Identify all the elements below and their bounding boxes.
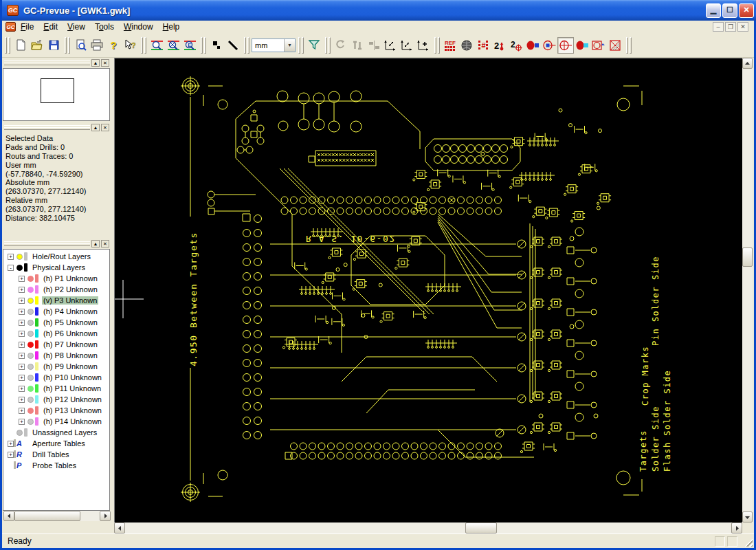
close-panel-button[interactable]: ✕ (101, 240, 109, 248)
panel-grip[interactable] (4, 125, 90, 130)
tree-item[interactable]: +(h) P5 Unknown (3, 317, 109, 328)
help-button[interactable]: ? (105, 37, 122, 54)
tree-item[interactable]: +(v) P3 Unknown (3, 295, 109, 306)
tree-item[interactable]: +(h) P14 Unknown (3, 416, 109, 427)
open-button[interactable] (29, 37, 45, 54)
zoom-window-button[interactable] (148, 37, 165, 54)
mdi-minimize-button[interactable]: – (713, 22, 724, 32)
zoom-extents-button[interactable]: E (181, 37, 198, 54)
shape-ellipse-button[interactable] (524, 37, 541, 54)
pad-mode-button[interactable] (208, 37, 225, 54)
scroll-track[interactable] (125, 522, 731, 534)
toolbar-grip[interactable] (434, 37, 440, 54)
toolbar-grip[interactable] (626, 37, 632, 54)
measure-add-button[interactable] (415, 37, 432, 54)
maximize-button[interactable]: ☐ (722, 3, 737, 18)
minimize-button[interactable]: ▁ (706, 3, 721, 18)
tree-hscrollbar[interactable] (3, 511, 111, 521)
expand-icon[interactable]: + (19, 320, 25, 326)
mirror-button[interactable] (366, 37, 382, 54)
panel-header[interactable]: ▲ ✕ (3, 123, 110, 132)
expand-icon[interactable]: + (19, 342, 25, 348)
close-button[interactable]: ✕ (739, 3, 754, 18)
panel-header[interactable]: ▲ ✕ (3, 58, 110, 67)
tree-item[interactable]: +(h) P13 Unknown (3, 405, 109, 416)
tree-item[interactable]: +(h) P6 Unknown (3, 328, 109, 339)
scroll-thumb[interactable] (465, 522, 497, 534)
mdi-close-button[interactable]: ✕ (737, 22, 748, 32)
step-count-button[interactable]: 2 (491, 37, 508, 54)
scroll-down-button[interactable] (742, 512, 753, 522)
scroll-thumb[interactable] (742, 248, 753, 267)
close-panel-button[interactable]: ✕ (101, 124, 109, 131)
shape-cross-button[interactable] (557, 37, 574, 54)
panel-grip[interactable] (4, 60, 90, 65)
tree-item[interactable]: +Hole/Rout Layers (3, 251, 109, 262)
expand-icon[interactable]: + (19, 408, 25, 414)
print-preview-button[interactable] (72, 37, 89, 54)
menu-help[interactable]: Help (158, 21, 185, 33)
pad-pattern-button[interactable]: # (475, 37, 491, 54)
menu-edit[interactable]: Edit (38, 21, 63, 33)
trace-mode-button[interactable] (225, 37, 241, 54)
scroll-thumb[interactable] (14, 511, 80, 521)
close-panel-button[interactable]: ✕ (101, 59, 109, 67)
panel-header[interactable]: ▲ ✕ (3, 239, 110, 248)
expand-icon[interactable]: + (19, 298, 25, 304)
board-preview[interactable] (3, 68, 110, 121)
rotate-button[interactable] (333, 37, 349, 54)
measure-origin-button[interactable] (382, 37, 399, 54)
collapse-button[interactable]: ▲ (91, 124, 100, 131)
tree-item[interactable]: +(h) P9 Unknown (3, 361, 109, 372)
toolbar-grip[interactable] (201, 37, 206, 54)
canvas-vscrollbar[interactable] (742, 58, 753, 522)
filter-button[interactable] (306, 37, 322, 54)
mdi-restore-button[interactable]: ❐ (725, 22, 736, 32)
tree-item[interactable]: PProbe Tables (3, 460, 109, 471)
expand-icon[interactable]: + (19, 375, 25, 381)
expand-icon[interactable]: + (8, 441, 14, 447)
zoom-out-button[interactable] (165, 37, 181, 54)
tree-item[interactable]: -Physical Layers (3, 262, 109, 273)
collapse-button[interactable]: ▲ (91, 59, 100, 67)
tree-item[interactable]: +AAperture Tables (3, 438, 109, 449)
expand-icon[interactable]: + (19, 364, 25, 370)
expand-icon[interactable]: + (19, 353, 25, 359)
shape-x-button[interactable] (607, 37, 623, 54)
expand-icon[interactable]: - (8, 265, 14, 271)
tree-item[interactable]: +(h) P4 Unknown (3, 306, 109, 317)
shape-fill-button[interactable] (574, 37, 590, 54)
shape-frame-button[interactable] (590, 37, 607, 54)
toolbar-grip[interactable] (325, 37, 331, 54)
tree-item[interactable]: +(h) P8 Unknown (3, 350, 109, 361)
toolbar-grip[interactable] (141, 37, 146, 54)
expand-icon[interactable]: + (19, 287, 25, 293)
scroll-right-button[interactable] (731, 522, 742, 534)
ref-grid-button[interactable]: REF (442, 37, 458, 54)
scroll-right-button[interactable] (100, 511, 111, 521)
expand-icon[interactable]: + (8, 452, 14, 458)
expand-icon[interactable]: + (19, 276, 25, 282)
scroll-left-button[interactable] (3, 511, 14, 521)
menu-tools[interactable]: Tools (90, 21, 119, 33)
save-button[interactable] (45, 37, 62, 54)
pcb-canvas[interactable]: 4.950 Between TargetsR.A.S. 10-6-02Pin S… (114, 58, 742, 522)
expand-icon[interactable]: + (19, 419, 25, 425)
expand-icon[interactable]: + (19, 397, 25, 403)
context-help-button[interactable]: ? (122, 37, 138, 54)
tree-item[interactable]: +(h) P10 Unknown (3, 372, 109, 383)
measure-delta-button[interactable] (399, 37, 415, 54)
unit-select[interactable]: mm ▼ (252, 38, 296, 52)
step-add-button[interactable]: 2 (508, 37, 524, 54)
new-button[interactable] (12, 37, 29, 54)
menu-file[interactable]: File (16, 21, 38, 33)
tree-item[interactable]: +RDrill Tables (3, 449, 109, 460)
expand-icon[interactable]: + (19, 331, 25, 337)
expand-icon[interactable]: + (19, 386, 25, 392)
scroll-up-button[interactable] (742, 58, 753, 69)
menu-view[interactable]: View (63, 21, 90, 33)
swap-button[interactable] (349, 37, 366, 54)
expand-icon[interactable]: + (8, 254, 14, 260)
toolbar-grip[interactable] (5, 37, 10, 54)
tree-item[interactable]: +(h) P12 Unknown (3, 394, 109, 405)
